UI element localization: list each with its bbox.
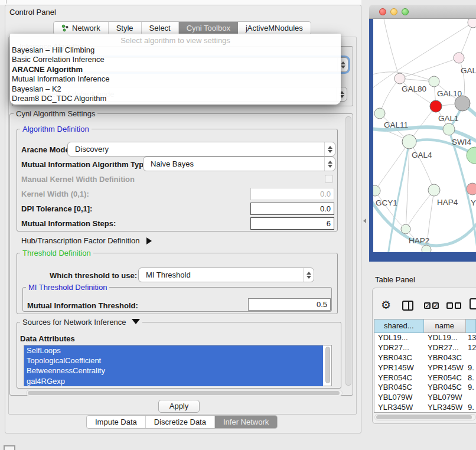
select-all-checkbox-icon[interactable]: ✓ — [424, 302, 431, 309]
node-gal11[interactable] — [374, 108, 385, 119]
network-canvas[interactable]: GAL GAL80 GAL10 GAL1 GAL11 SWI4 GAL4 GCY… — [373, 19, 476, 252]
which-threshold-label: Which threshold to use: — [50, 271, 137, 280]
mi-steps-label: Mutual Information Steps: — [21, 219, 116, 228]
dpi-tolerance-field[interactable]: 0.0 — [250, 203, 334, 215]
list-item[interactable]: BetweennessCentrality — [24, 366, 323, 376]
tab-network-label: Network — [72, 24, 100, 32]
splitter-collapse-icon[interactable] — [363, 219, 366, 223]
algorithm-option[interactable]: Bayesian – K2 — [10, 84, 341, 94]
hub-definition-expander[interactable]: Hub/Transcription Factor Definition — [21, 236, 152, 245]
algorithm-option[interactable]: Bayesian – Hill Climbing — [10, 45, 341, 55]
minimize-traffic-light-icon[interactable] — [390, 8, 397, 15]
network-window-frame — [369, 252, 476, 262]
node-gal1-selected[interactable] — [430, 100, 442, 112]
table-row[interactable]: YER054CYER054C8. — [374, 373, 476, 383]
which-threshold-combo[interactable]: MI Threshold — [138, 268, 314, 282]
aracne-mode-combo[interactable]: Discovery — [67, 142, 335, 156]
zoom-traffic-light-icon[interactable] — [402, 8, 409, 15]
node-label: HAP2 — [409, 236, 429, 245]
table-row[interactable]: YBR043CYBR043C — [374, 353, 476, 363]
mi-algorithm-type-label: Mutual Information Algorithm Type: — [21, 160, 151, 169]
tab-jactivemnodules-label: jActiveMNodules — [246, 24, 303, 32]
node-gal4[interactable] — [402, 135, 416, 149]
expander-arrow-icon — [146, 237, 152, 244]
tab-infer-network[interactable]: Infer Network — [215, 416, 277, 428]
node-gcy1[interactable] — [373, 185, 380, 196]
mi-threshold-field[interactable]: 0.5 — [248, 298, 331, 311]
algorithm-option[interactable]: Mutual Information Inference — [10, 74, 341, 84]
node[interactable] — [454, 53, 464, 63]
manual-kernel-width-checkbox[interactable] — [325, 175, 333, 183]
node-label: GAL — [461, 66, 476, 75]
node-label: GAL4 — [412, 151, 432, 159]
tab-cyni-toolbox-label: Cyni Toolbox — [187, 24, 230, 32]
node[interactable] — [468, 19, 476, 28]
close-traffic-light-icon[interactable] — [379, 8, 386, 15]
sources-horizontal-scrollbar[interactable] — [26, 390, 343, 396]
node-gal80[interactable] — [395, 73, 405, 84]
node-hap4[interactable] — [428, 184, 440, 196]
table-row[interactable]: YDL19...YDL19...13 — [374, 333, 476, 343]
list-item[interactable]: gal4RGexp — [24, 376, 323, 386]
deselect-all-checkbox-icon[interactable] — [455, 302, 461, 309]
node-label: GAL10 — [437, 89, 462, 98]
node-label: GAL1 — [438, 114, 459, 123]
deselect-all-checkbox-icon[interactable] — [446, 302, 453, 309]
algorithm-option-selected[interactable]: ARACNE Algorithm — [10, 65, 341, 74]
tab-jactivemnodules[interactable]: jActiveMNodules — [238, 22, 311, 34]
settings-vertical-scrollbar[interactable] — [345, 116, 351, 386]
node[interactable] — [422, 245, 431, 252]
table-row[interactable]: YBL079WYBL079W — [374, 393, 476, 403]
table-row[interactable]: YPR145WYPR145W9. — [374, 363, 476, 373]
screenshot-root: Control Panel ✕ Network Style Select Cyn… — [0, 0, 476, 450]
kernel-width-label: Kernel Width (0,1): — [21, 190, 89, 198]
algorithm-option[interactable]: Dream8 DC_TDC Algorithm — [10, 94, 341, 103]
network-window-titlebar[interactable] — [369, 5, 476, 19]
top-strip — [0, 0, 361, 5]
list-item[interactable]: TopologicalCoefficient — [24, 356, 323, 366]
algorithm-definition-title: Algorithm Definition — [20, 125, 92, 133]
mi-algorithm-type-combo[interactable]: Naive Bayes — [143, 156, 335, 171]
tab-select[interactable]: Select — [142, 22, 179, 34]
node-label: GAL80 — [402, 84, 426, 93]
node[interactable] — [467, 147, 476, 164]
kernel-width-field[interactable]: 0.0 — [250, 188, 334, 200]
new-table-icon[interactable] — [470, 298, 476, 309]
node-gal10[interactable] — [429, 76, 439, 87]
select-all-checkbox-icon[interactable]: ✓ — [432, 302, 439, 309]
algorithm-option[interactable]: Basic Correlation Inference — [10, 55, 341, 64]
tab-network[interactable]: Network — [54, 22, 109, 34]
column-header-shared-name[interactable]: shared... — [374, 319, 424, 333]
mi-steps-field[interactable]: 6 — [250, 217, 334, 230]
table-row[interactable]: YDR27...YDR27...12 — [374, 343, 476, 353]
list-item[interactable]: SelfLoops — [24, 345, 323, 356]
tab-impute-data[interactable]: Impute Data — [87, 416, 146, 428]
gear-icon[interactable]: ⚙ — [381, 298, 391, 312]
sources-group-title[interactable]: Sources for Network Inference — [20, 318, 142, 327]
tab-cyni-toolbox[interactable]: Cyni Toolbox — [179, 22, 238, 34]
network-node-labels: GAL GAL80 GAL10 GAL1 GAL11 SWI4 GAL4 GCY… — [376, 66, 476, 245]
tab-discretize-data[interactable]: Discretize Data — [146, 416, 215, 428]
algorithm-placeholder: Select algorithm to view settings — [10, 34, 341, 45]
network-nodes[interactable] — [373, 19, 476, 252]
column-header-name[interactable]: name — [424, 319, 467, 333]
column-header-partial[interactable] — [466, 319, 476, 333]
node-label: Y — [471, 198, 476, 207]
node-swi4[interactable] — [443, 123, 455, 135]
table-row[interactable]: YLR345WYLR345W9. — [374, 403, 476, 413]
tab-select-label: Select — [149, 24, 171, 32]
tab-style[interactable]: Style — [109, 22, 142, 34]
tab-style-label: Style — [116, 24, 133, 32]
clipped-corner-icon[interactable] — [4, 445, 15, 450]
apply-button[interactable]: Apply — [158, 400, 200, 413]
list-vertical-scrollbar[interactable] — [325, 347, 330, 383]
node-hap2[interactable] — [401, 224, 410, 234]
columns-icon[interactable] — [402, 301, 413, 311]
table-horizontal-scrollbar[interactable] — [374, 414, 476, 420]
manual-kernel-width-label: Manual Kernel Width Definition — [21, 175, 135, 184]
collapse-arrow-icon — [132, 319, 140, 324]
combo-stepper-icon — [303, 268, 314, 282]
table-row[interactable]: YBR045CYBR045C9. — [374, 383, 476, 393]
network-icon — [61, 24, 69, 32]
node-pink[interactable] — [467, 183, 476, 195]
